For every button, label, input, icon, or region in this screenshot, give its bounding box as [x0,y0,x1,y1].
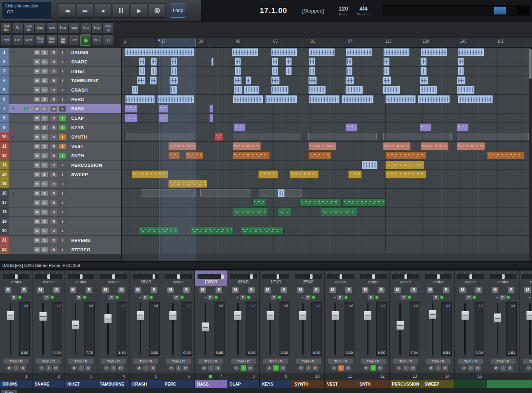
trim-button[interactable]: Trim / R [230,358,256,364]
solo-button[interactable]: S [21,287,27,293]
fader-thumb[interactable] [201,322,209,332]
input-button[interactable]: I [500,365,506,371]
record-button[interactable] [149,4,166,18]
phase-button[interactable]: ø [266,365,272,371]
route-button[interactable]: R [475,365,481,371]
track-row-REVERB[interactable]: 21MSRIREVERB [0,236,121,245]
media-clip[interactable] [234,86,243,94]
media-clip[interactable] [168,180,207,188]
mixer-tab[interactable]: Mixer [1,390,17,393]
record-arm-button[interactable]: R [50,219,57,224]
record-arm-button[interactable]: R [50,59,57,65]
track-row-PERCUSSION[interactable]: 13MSRIPERCUSSION [0,160,121,170]
input-button[interactable]: I [59,228,66,234]
solo-button[interactable]: S [41,209,48,215]
media-clip[interactable] [458,95,493,103]
record-arm-button[interactable]: R [50,144,57,149]
mute-button[interactable]: M [492,287,498,293]
toolbar-button-vst[interactable]: VST [92,34,102,46]
input-button[interactable]: I [59,238,66,243]
mixer-track-name-DRUMS[interactable]: DRUMS [0,380,32,388]
route-button[interactable]: R [410,365,416,371]
input-button[interactable]: I [59,106,66,112]
media-clip[interactable] [265,95,297,103]
solo-button[interactable]: S [313,287,320,293]
mute-button[interactable]: M [524,287,531,293]
solo-button[interactable]: S [53,287,60,293]
phase-button[interactable]: ø [71,365,77,371]
fx-button[interactable]: F [401,295,407,300]
media-clip[interactable] [341,95,374,103]
solo-button[interactable]: S [41,144,48,149]
media-clip[interactable] [458,48,484,56]
phase-button[interactable]: ø [428,365,434,371]
track-row-15[interactable]: 15MSRI [0,179,121,189]
record-arm-button[interactable]: R [50,172,57,177]
volume-fader[interactable] [399,303,401,355]
fader-thumb[interactable] [461,311,469,320]
folder-collapse-icon[interactable]: ▼ [9,107,18,110]
signature-display[interactable]: 4/4 Signature [357,5,370,16]
pan-slider[interactable] [230,274,257,279]
input-button[interactable]: I [143,365,149,371]
media-clip[interactable] [191,227,234,235]
fx-button[interactable]: F [76,295,82,300]
record-arm-button[interactable]: R [50,69,57,74]
fader-thumb[interactable] [104,314,112,323]
vertical-scrollbar-thumb[interactable] [529,49,532,79]
pan-thumb[interactable] [437,274,440,279]
input-button[interactable]: I [13,365,19,371]
media-clip[interactable] [308,76,317,85]
media-clip[interactable] [346,58,352,66]
mixer-track-name-SNARE[interactable]: SNARE [32,380,65,388]
record-arm-button[interactable]: R [50,87,57,93]
media-clip[interactable] [308,142,336,150]
input-button[interactable]: I [59,153,66,159]
media-clip[interactable] [286,67,292,75]
media-clip[interactable] [139,58,145,66]
media-clip[interactable] [151,67,157,75]
solo-button[interactable]: S [41,50,48,55]
mute-button[interactable]: M [329,287,336,293]
track-row-HIHET[interactable]: 3MSRIHIHET [0,67,121,76]
mute-button[interactable]: M [200,287,206,293]
track-row-SNARE[interactable]: 2MSRISNARE [0,57,121,67]
media-clip[interactable] [346,48,372,56]
phase-button[interactable]: ø [39,365,45,371]
media-clip[interactable] [272,67,278,75]
input-button[interactable]: I [59,219,66,224]
mixer-track-name-PERCUSSION[interactable]: PERCUSSION [390,380,422,388]
input-button[interactable]: I [46,365,52,371]
input-button[interactable]: I [59,247,66,252]
volume-fader[interactable] [42,303,44,355]
fader-thumb[interactable] [266,311,274,320]
media-clip[interactable] [457,86,474,94]
fx-button[interactable]: F [271,295,277,300]
media-clip[interactable] [487,151,524,160]
media-clip[interactable] [421,142,449,150]
media-clip[interactable] [308,86,326,94]
media-clip[interactable] [233,95,263,103]
solo-button[interactable]: S [41,69,48,74]
input-button[interactable]: I [78,365,84,371]
global-automation-button[interactable]: Global Automation Off [1,1,51,20]
media-clip[interactable] [168,151,180,160]
media-clip[interactable] [299,198,340,207]
media-clip[interactable] [420,76,428,85]
fader-thumb[interactable] [72,320,79,330]
solo-button[interactable]: S [443,287,449,293]
track-row-STEREO[interactable]: 22MSRISTEREO [0,245,121,254]
track-row-CRASH[interactable]: 5MSRICRASH [0,85,121,95]
folder-collapse-icon[interactable]: ▼ [9,191,18,195]
mute-button[interactable]: M [34,209,40,215]
fx-button[interactable]: F [108,295,115,300]
trim-button[interactable]: Trim / R [101,358,126,364]
mixer-track-name-VEST[interactable]: VEST [325,380,357,388]
pan-slider[interactable] [425,274,451,279]
pan-thumb[interactable] [112,274,115,279]
input-button[interactable]: I [59,144,66,149]
input-button[interactable]: I [59,200,66,206]
media-clip[interactable] [214,133,223,141]
solo-button[interactable]: S [41,162,48,168]
input-button[interactable]: I [306,365,311,371]
